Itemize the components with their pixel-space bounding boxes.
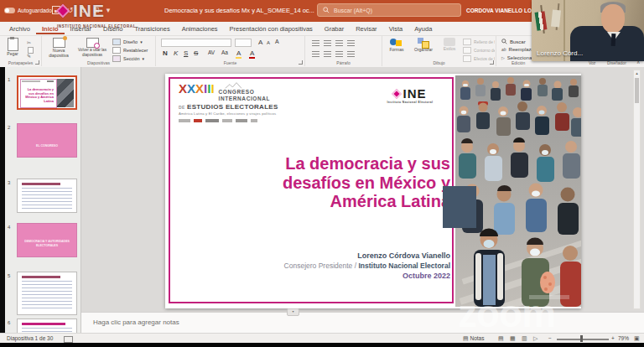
quick-styles-button[interactable]: Estilos bbox=[438, 38, 461, 51]
canvas-scrollbar[interactable]: ▴ bbox=[633, 70, 641, 309]
clipboard-dialog-launcher-icon[interactable] bbox=[35, 60, 39, 65]
reset-icon bbox=[112, 47, 121, 54]
char-spacing-button[interactable]: AV bbox=[208, 49, 215, 55]
speaker-head bbox=[601, 4, 625, 33]
autosave-toggle[interactable] bbox=[4, 8, 15, 13]
thumbnail-slide-6[interactable] bbox=[17, 319, 77, 333]
shape-outline-button[interactable]: Contorno de forma bbox=[463, 47, 495, 54]
bold-button[interactable]: N bbox=[163, 49, 168, 57]
reuse-slides-button[interactable]: Volver a usar las diapositivas bbox=[75, 38, 109, 57]
font-name-select[interactable] bbox=[161, 39, 231, 47]
group-drawing: Formas Organizar Estilos Relleno de form… bbox=[382, 36, 496, 66]
zoom-slider-track[interactable] bbox=[557, 339, 609, 340]
tab-archivo[interactable]: Archivo bbox=[3, 23, 36, 34]
highlight-color-bar bbox=[236, 57, 242, 59]
paste-button[interactable]: Pegar bbox=[2, 38, 23, 56]
italic-button[interactable]: K bbox=[174, 49, 178, 57]
autosave-control[interactable]: Autoguardado bbox=[4, 8, 52, 13]
thumbnail-slide-2[interactable]: EL CONGRESO bbox=[17, 123, 77, 158]
strikethrough-button[interactable]: S bbox=[194, 49, 198, 57]
indent-decrease-icon[interactable] bbox=[335, 40, 343, 46]
scroll-up-icon[interactable]: ▴ bbox=[634, 70, 640, 75]
zoom-speaker-video[interactable]: Lorenzo Córd... bbox=[532, 0, 644, 61]
view-reading-icon[interactable]: ▥ bbox=[522, 335, 527, 342]
tab-inicio[interactable]: Inicio bbox=[36, 23, 65, 34]
scrollbar-thumb[interactable] bbox=[635, 78, 639, 103]
display-settings-icon[interactable] bbox=[64, 336, 73, 343]
thumbnail-slide-3[interactable] bbox=[17, 179, 77, 213]
shrink-font-button[interactable]: A bbox=[267, 40, 270, 45]
tab-revisar[interactable]: Revisar bbox=[350, 23, 382, 34]
notes-pane[interactable]: Haga clic para agregar notas bbox=[81, 312, 644, 333]
account-name[interactable]: CORDOVA VIANELLO LO... bbox=[466, 8, 536, 13]
author-block: Lorenzo Córdova Vianello Consejero Presi… bbox=[216, 251, 450, 280]
change-case-button[interactable]: Aa bbox=[221, 49, 228, 55]
current-slide[interactable]: XXXIII CONGRESO INTERNACIONAL DE ESTUDIO… bbox=[165, 74, 581, 308]
arrange-button[interactable]: Organizar bbox=[411, 38, 436, 52]
grow-font-button[interactable]: A bbox=[258, 39, 262, 46]
tab-animaciones[interactable]: Animaciones bbox=[176, 23, 224, 34]
thumbnail-slide-1[interactable]: La democracia y sus desafíos en México y… bbox=[17, 75, 77, 110]
zoom-slider-thumb[interactable] bbox=[580, 335, 583, 342]
format-painter-icon[interactable]: ✎ bbox=[27, 53, 31, 59]
notes-toggle-button[interactable]: ▤ Notas bbox=[463, 335, 484, 342]
shape-fill-button[interactable]: Relleno de forma bbox=[463, 39, 495, 45]
font-dialog-launcher-icon[interactable] bbox=[299, 60, 303, 65]
highlight-color-button[interactable]: A bbox=[236, 49, 241, 57]
underline-button[interactable]: S bbox=[184, 49, 188, 57]
thumbnail-slide-5[interactable] bbox=[17, 272, 77, 315]
thumbnail-slide-4[interactable]: DEMOCRACIA Y AUTORIDADES ELECTORALES bbox=[17, 223, 77, 257]
clear-format-button[interactable]: A bbox=[275, 39, 279, 44]
author-role: Consejero Presidente / bbox=[284, 262, 359, 270]
view-normal-icon[interactable]: ▤ bbox=[498, 335, 504, 342]
undo-icon[interactable]: ↺ bbox=[67, 6, 74, 14]
view-slide-sorter-icon[interactable]: ▦ bbox=[510, 335, 516, 342]
replace-button[interactable]: ab Reemplazar bbox=[501, 47, 536, 52]
zoom-level[interactable]: 79% bbox=[618, 335, 629, 341]
zoom-out-button[interactable]: − bbox=[548, 335, 552, 341]
thumb-2-caption: EL CONGRESO bbox=[21, 144, 73, 148]
font-color-bar bbox=[249, 57, 255, 59]
view-slideshow-icon[interactable]: ▷ bbox=[533, 335, 538, 342]
new-slide-button[interactable]: Nueva diapositiva bbox=[45, 38, 72, 58]
numbering-icon[interactable] bbox=[324, 40, 331, 46]
tab-diseno[interactable]: Diseño bbox=[97, 23, 128, 34]
partner-logo bbox=[236, 119, 247, 122]
align-center-icon[interactable] bbox=[324, 51, 331, 57]
justify-icon[interactable] bbox=[347, 51, 355, 57]
font-size-select[interactable] bbox=[235, 39, 252, 47]
new-slide-label: Nueva diapositiva bbox=[45, 48, 72, 58]
tab-insertar[interactable]: Insertar bbox=[65, 23, 97, 34]
group-paragraph: Párrafo bbox=[305, 36, 382, 66]
thumb-3-heading-bar bbox=[22, 183, 60, 185]
tab-grabar[interactable]: Grabar bbox=[319, 23, 350, 34]
search-input[interactable]: Buscar (Alt+Q) bbox=[317, 3, 461, 17]
indent-increase-icon[interactable] bbox=[347, 40, 355, 46]
drawing-dialog-launcher-icon[interactable] bbox=[490, 60, 494, 65]
reset-button[interactable]: Restablecer bbox=[112, 47, 148, 54]
document-title[interactable]: Democracia y sus desafíos Mx y AL_SOMEE_… bbox=[164, 7, 321, 14]
tab-vista[interactable]: Vista bbox=[383, 23, 409, 34]
notes-splitter-handle[interactable]: ▾ bbox=[287, 308, 299, 316]
fit-to-window-icon[interactable]: ▣ bbox=[634, 335, 640, 342]
start-presentation-icon[interactable]: ⊞ bbox=[93, 6, 100, 14]
find-button[interactable]: Buscar bbox=[501, 39, 526, 44]
ine-logo: INE Instituto Nacional Electoral bbox=[377, 87, 444, 104]
shapes-button[interactable]: Formas bbox=[384, 38, 409, 52]
bullets-icon[interactable] bbox=[312, 40, 319, 46]
drawing-group-label: Dibujo bbox=[382, 60, 496, 65]
tab-transiciones[interactable]: Transiciones bbox=[128, 23, 175, 34]
zoom-in-button[interactable]: + bbox=[611, 335, 615, 341]
redo-icon[interactable]: ↻ bbox=[80, 6, 87, 14]
design-button[interactable]: Diseño ▾ bbox=[112, 39, 143, 45]
align-left-icon[interactable] bbox=[312, 51, 319, 57]
cut-icon[interactable]: ✂ bbox=[27, 39, 31, 45]
save-icon[interactable] bbox=[52, 6, 60, 14]
qat-more-icon[interactable]: ▾ bbox=[106, 6, 111, 14]
tab-presentacion[interactable]: Presentación con diapositivas bbox=[224, 23, 319, 34]
align-right-icon[interactable] bbox=[335, 51, 343, 57]
quick-styles-icon bbox=[444, 38, 455, 46]
tab-ayuda[interactable]: Ayuda bbox=[408, 23, 438, 34]
speaker-tie bbox=[611, 34, 616, 46]
font-color-button[interactable]: A bbox=[250, 49, 254, 57]
